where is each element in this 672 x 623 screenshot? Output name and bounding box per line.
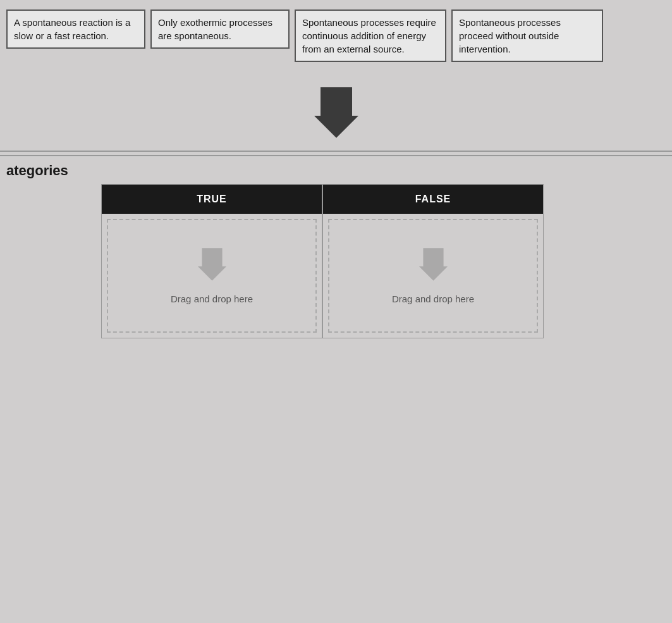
categories-section: ategories TRUE Drag and drop here FALSE … bbox=[0, 151, 672, 338]
true-drop-zone[interactable]: Drag and drop here bbox=[107, 219, 317, 333]
svg-marker-1 bbox=[198, 248, 226, 280]
svg-marker-2 bbox=[419, 248, 448, 280]
card-1-text: A spontaneous reaction is a slow or a fa… bbox=[14, 17, 130, 41]
svg-marker-0 bbox=[314, 87, 358, 138]
card-4[interactable]: Spontaneous processes proceed without ou… bbox=[451, 9, 603, 62]
categories-label: ategories bbox=[0, 155, 672, 184]
true-header: TRUE bbox=[102, 185, 322, 214]
false-column: FALSE Drag and drop here bbox=[322, 184, 544, 338]
false-header: FALSE bbox=[323, 185, 543, 214]
categories-table: TRUE Drag and drop here FALSE Drag and d… bbox=[101, 184, 544, 338]
false-drop-arrow-icon bbox=[419, 248, 448, 281]
card-1[interactable]: A spontaneous reaction is a slow or a fa… bbox=[6, 9, 145, 49]
card-4-text: Spontaneous processes proceed without ou… bbox=[459, 17, 561, 54]
true-column: TRUE Drag and drop here bbox=[101, 184, 322, 338]
card-3[interactable]: Spontaneous processes require continuous… bbox=[295, 9, 446, 62]
true-drop-arrow-icon bbox=[198, 248, 226, 281]
true-drop-text: Drag and drop here bbox=[171, 293, 253, 304]
false-drop-zone[interactable]: Drag and drop here bbox=[328, 219, 538, 333]
cards-area: A spontaneous reaction is a slow or a fa… bbox=[0, 0, 672, 68]
card-2-text: Only exothermic processes are spontaneou… bbox=[158, 17, 272, 41]
false-drop-text: Drag and drop here bbox=[392, 293, 474, 304]
card-2[interactable]: Only exothermic processes are spontaneou… bbox=[150, 9, 290, 49]
down-arrow-section bbox=[0, 68, 672, 151]
card-3-text: Spontaneous processes require continuous… bbox=[302, 17, 436, 54]
down-arrow-icon bbox=[314, 87, 358, 138]
